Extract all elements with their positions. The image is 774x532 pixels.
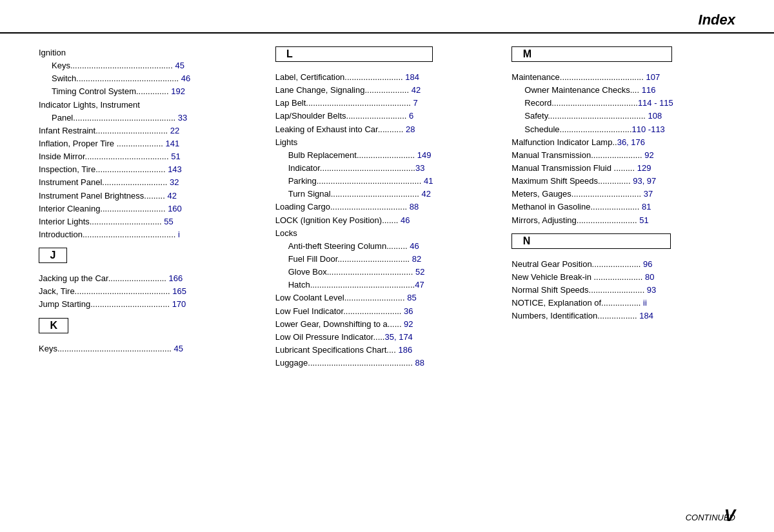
entry-safety: Safety..................................… [511, 110, 735, 123]
entry-owner-maintenance: Owner Maintenance Checks.... 116 [511, 84, 735, 97]
section-n-label: N [511, 233, 670, 249]
entry-indicator: Indicator...............................… [275, 162, 499, 175]
entry-parking: Parking.................................… [275, 175, 499, 188]
entry-schedule: Schedule...............................1… [511, 123, 735, 136]
page-container: Index Ignition Keys.....................… [0, 0, 774, 532]
page-title: Index [699, 12, 735, 28]
entry-meters: Meters, Gauges..........................… [511, 188, 735, 201]
entry-timing: Timing Control System.............. 192 [39, 85, 263, 98]
entry-jump-starting: Jump Starting...........................… [39, 298, 263, 311]
entry-new-vehicle: New Vehicle Break-in ...................… [511, 271, 735, 284]
entry-low-coolant: Low Coolant Level.......................… [275, 291, 499, 304]
entry-anti-theft: Anti-theft Steering Column......... 46 [275, 240, 499, 253]
entry-introduction: Introduction............................… [39, 228, 263, 241]
entry-jack-tire: Jack, Tire..............................… [39, 285, 263, 298]
entry-luggage: Luggage.................................… [275, 357, 499, 369]
entry-indicator-lights: Indicator Lights, Instrument [39, 99, 263, 112]
entry-low-fuel: Low Fuel Indicator......................… [275, 305, 499, 318]
entry-turn-signal: Turn Signal.............................… [275, 188, 499, 201]
entry-keys-k: Keys....................................… [39, 342, 263, 355]
entry-neutral-gear: Neutral Gear Position...................… [511, 258, 735, 271]
entry-bulb: Bulb Replacement........................… [275, 149, 499, 162]
entry-ignition: Ignition [39, 46, 263, 59]
entry-manual-transmission-fluid: Manual Transmission Fluid ......... 129 [511, 162, 735, 175]
page-header: Index [0, 0, 774, 34]
section-k-label: K [39, 318, 68, 333]
entry-lights: Lights [275, 136, 499, 149]
entry-lock: LOCK (Ignition Key Position)....... 46 [275, 214, 499, 227]
entry-hatch: Hatch...................................… [275, 279, 499, 291]
entry-panel: Panel...................................… [39, 112, 263, 124]
entry-lap-belt: Lap Belt................................… [275, 97, 499, 110]
entry-instrument-panel: Instrument Panel........................… [39, 176, 263, 189]
entry-instrument-panel-brightness: Instrument Panel Brightness......... 42 [39, 190, 263, 202]
entry-low-oil: Low Oil Pressure Indicator.....35, 174 [275, 331, 499, 344]
entry-lane-change: Lane Change, Signaling..................… [275, 84, 499, 97]
section-m-label: M [511, 46, 671, 62]
entry-glove-box: Glove Box...............................… [275, 266, 499, 279]
entry-maintenance: Maintenance.............................… [511, 71, 735, 84]
section-l-header: L [275, 46, 499, 67]
entry-inside-mirror: Inside Mirror...........................… [39, 150, 263, 163]
entry-loading: Loading Cargo...........................… [275, 201, 499, 213]
entry-locks: Locks [275, 227, 499, 240]
page-number: V [724, 506, 735, 526]
entry-switch: Switch..................................… [39, 72, 263, 85]
section-j-label: J [39, 248, 67, 263]
entry-mirrors: Mirrors, Adjusting......................… [511, 214, 735, 227]
entry-inflation: Inflation, Proper Tire .................… [39, 137, 263, 150]
section-l-label: L [275, 46, 433, 62]
entry-leaking: Leaking of Exhaust into Car........... 2… [275, 123, 499, 136]
entry-lubricant: Lubricant Specifications Chart.... 186 [275, 344, 499, 357]
entry-interior-cleaning: Interior Cleaning.......................… [39, 202, 263, 215]
entry-notice: NOTICE, Explanation of................. … [511, 297, 735, 310]
page-footer: CONTINUED [0, 513, 774, 532]
entry-label-cert: Label, Certification....................… [275, 71, 499, 84]
entry-lap-shoulder: Lap/Shoulder Belts......................… [275, 110, 499, 123]
entry-interior-lights: Interior Lights.........................… [39, 215, 263, 228]
entry-methanol: Methanol in Gasoline....................… [511, 201, 735, 213]
column-3: M Maintenance...........................… [505, 46, 735, 475]
entry-lower-gear: Lower Gear, Downshifting to a...... 92 [275, 318, 499, 331]
content-area: Ignition Keys...........................… [0, 34, 774, 488]
entry-inspection: Inspection, Tire........................… [39, 163, 263, 176]
section-j-header: J [39, 248, 263, 268]
section-m-header: M [511, 46, 735, 67]
section-n-header: N [511, 233, 735, 254]
entry-numbers: Numbers, Identification.................… [511, 310, 735, 322]
entry-max-shift: Maximum Shift Speeds.............. 93, 9… [511, 175, 735, 188]
column-1: Ignition Keys...........................… [39, 46, 269, 475]
entry-infant: Infant Restraint........................… [39, 124, 263, 137]
section-k-header: K [39, 318, 263, 339]
entry-record: Record..................................… [511, 97, 735, 110]
entry-normal-shift: Normal Shift Speeds.....................… [511, 284, 735, 297]
entry-manual-transmission: Manual Transmission.....................… [511, 149, 735, 162]
entry-keys: Keys....................................… [39, 59, 263, 72]
entry-jacking: Jacking up the Car......................… [39, 272, 263, 285]
entry-malfunction: Malfunction Indicator Lamp..36, 176 [511, 136, 735, 149]
entry-fuel-fill: Fuel Fill Door..........................… [275, 253, 499, 266]
column-2: L Label, Certification..................… [269, 46, 506, 475]
